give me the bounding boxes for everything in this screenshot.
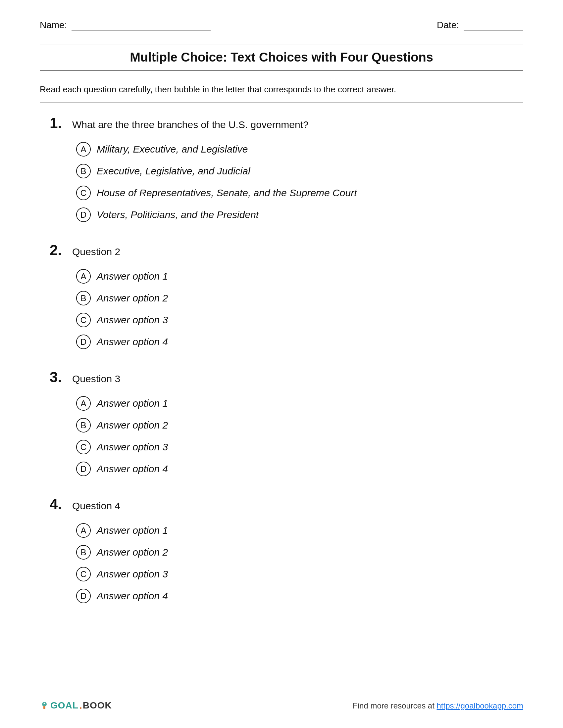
svg-rect-1	[43, 706, 45, 709]
bubble-4-2[interactable]: B	[76, 545, 91, 560]
bubble-1-4[interactable]: D	[76, 207, 91, 222]
footer-find-text: Find more resources at	[353, 701, 437, 710]
footer: GOAL.BOOK Find more resources at https:/…	[40, 699, 523, 711]
bubble-1-3[interactable]: C	[76, 186, 91, 200]
name-label: Name:	[40, 20, 67, 30]
option-text-3-1: Answer option 1	[97, 398, 168, 409]
option-item-2-3[interactable]: CAnswer option 3	[76, 313, 523, 327]
bubble-3-3[interactable]: C	[76, 440, 91, 454]
option-item-2-1[interactable]: AAnswer option 1	[76, 269, 523, 284]
options-list-1: AMilitary, Executive, and LegislativeBEx…	[50, 142, 523, 222]
option-text-3-4: Answer option 4	[97, 463, 168, 475]
logo-book-text: BOOK	[83, 700, 112, 711]
question-text-2: Question 2	[72, 246, 120, 257]
option-item-4-3[interactable]: CAnswer option 3	[76, 567, 523, 581]
title-bottom-divider	[40, 70, 523, 71]
option-item-4-1[interactable]: AAnswer option 1	[76, 523, 523, 538]
footer-find-more: Find more resources at https://goalbooka…	[353, 700, 523, 711]
question-block-2: 2.Question 2AAnswer option 1BAnswer opti…	[40, 242, 523, 349]
option-item-3-2[interactable]: BAnswer option 2	[76, 418, 523, 432]
option-text-4-3: Answer option 3	[97, 569, 168, 580]
option-text-2-3: Answer option 3	[97, 314, 168, 326]
top-divider	[40, 44, 523, 44]
option-item-2-2[interactable]: BAnswer option 2	[76, 291, 523, 305]
option-text-3-3: Answer option 3	[97, 441, 168, 453]
bubble-3-1[interactable]: A	[76, 396, 91, 411]
bubble-2-1[interactable]: A	[76, 269, 91, 284]
logo-goal-text: GOAL	[50, 700, 78, 711]
question-block-1: 1.What are the three branches of the U.S…	[40, 115, 523, 222]
option-text-4-2: Answer option 2	[97, 547, 168, 558]
goalbook-logo: GOAL.BOOK	[40, 699, 112, 711]
bubble-1-1[interactable]: A	[76, 142, 91, 157]
date-line[interactable]	[464, 21, 523, 30]
instructions-divider	[40, 103, 523, 103]
question-number-1: 1.	[50, 115, 66, 131]
logo-dot: .	[79, 699, 82, 711]
option-text-2-1: Answer option 1	[97, 271, 168, 282]
option-item-1-4[interactable]: DVoters, Politicians, and the President	[76, 207, 523, 222]
bubble-2-3[interactable]: C	[76, 313, 91, 327]
footer-link[interactable]: https://goalbookapp.com	[437, 701, 523, 710]
question-block-3: 3.Question 3AAnswer option 1BAnswer opti…	[40, 369, 523, 476]
option-text-2-2: Answer option 2	[97, 293, 168, 304]
option-text-1-3: House of Representatives, Senate, and th…	[97, 187, 357, 199]
option-item-1-3[interactable]: CHouse of Representatives, Senate, and t…	[76, 186, 523, 200]
questions-container: 1.What are the three branches of the U.S…	[40, 115, 523, 603]
question-text-1: What are the three branches of the U.S. …	[72, 119, 309, 130]
option-item-1-2[interactable]: BExecutive, Legislative, and Judicial	[76, 164, 523, 178]
bubble-4-1[interactable]: A	[76, 523, 91, 538]
bubble-2-2[interactable]: B	[76, 291, 91, 305]
question-number-3: 3.	[50, 369, 66, 386]
option-item-1-1[interactable]: AMilitary, Executive, and Legislative	[76, 142, 523, 157]
title-block: Multiple Choice: Text Choices with Four …	[40, 44, 523, 71]
date-label: Date:	[437, 20, 459, 30]
question-row-2: 2.Question 2	[50, 242, 523, 258]
option-item-4-2[interactable]: BAnswer option 2	[76, 545, 523, 560]
question-text-3: Question 3	[72, 373, 120, 385]
date-section: Date:	[437, 20, 523, 30]
option-item-2-4[interactable]: DAnswer option 4	[76, 335, 523, 349]
name-section: Name:	[40, 20, 211, 30]
option-text-2-4: Answer option 4	[97, 336, 168, 347]
option-text-4-1: Answer option 1	[97, 525, 168, 536]
option-item-3-1[interactable]: AAnswer option 1	[76, 396, 523, 411]
question-row-3: 3.Question 3	[50, 369, 523, 386]
question-row-4: 4.Question 4	[50, 496, 523, 513]
option-text-1-2: Executive, Legislative, and Judicial	[97, 165, 250, 177]
header: Name: Date:	[40, 20, 523, 30]
question-number-4: 4.	[50, 496, 66, 513]
options-list-3: AAnswer option 1BAnswer option 2CAnswer …	[50, 396, 523, 476]
goalbook-logo-icon	[40, 701, 49, 710]
bubble-3-4[interactable]: D	[76, 462, 91, 476]
bubble-4-4[interactable]: D	[76, 589, 91, 603]
bubble-2-4[interactable]: D	[76, 335, 91, 349]
instructions: Read each question carefully, then bubbl…	[40, 81, 523, 98]
option-text-1-4: Voters, Politicians, and the President	[97, 209, 258, 220]
question-text-4: Question 4	[72, 500, 120, 512]
bubble-3-2[interactable]: B	[76, 418, 91, 432]
name-line[interactable]	[71, 21, 211, 30]
options-list-4: AAnswer option 1BAnswer option 2CAnswer …	[50, 523, 523, 603]
option-text-4-4: Answer option 4	[97, 590, 168, 602]
option-item-4-4[interactable]: DAnswer option 4	[76, 589, 523, 603]
question-number-2: 2.	[50, 242, 66, 258]
option-item-3-3[interactable]: CAnswer option 3	[76, 440, 523, 454]
question-row-1: 1.What are the three branches of the U.S…	[50, 115, 523, 131]
option-text-3-2: Answer option 2	[97, 420, 168, 431]
bubble-1-2[interactable]: B	[76, 164, 91, 178]
options-list-2: AAnswer option 1BAnswer option 2CAnswer …	[50, 269, 523, 349]
option-item-3-4[interactable]: DAnswer option 4	[76, 462, 523, 476]
option-text-1-1: Military, Executive, and Legislative	[97, 144, 248, 155]
page-title: Multiple Choice: Text Choices with Four …	[40, 50, 523, 65]
bubble-4-3[interactable]: C	[76, 567, 91, 581]
question-block-4: 4.Question 4AAnswer option 1BAnswer opti…	[40, 496, 523, 603]
